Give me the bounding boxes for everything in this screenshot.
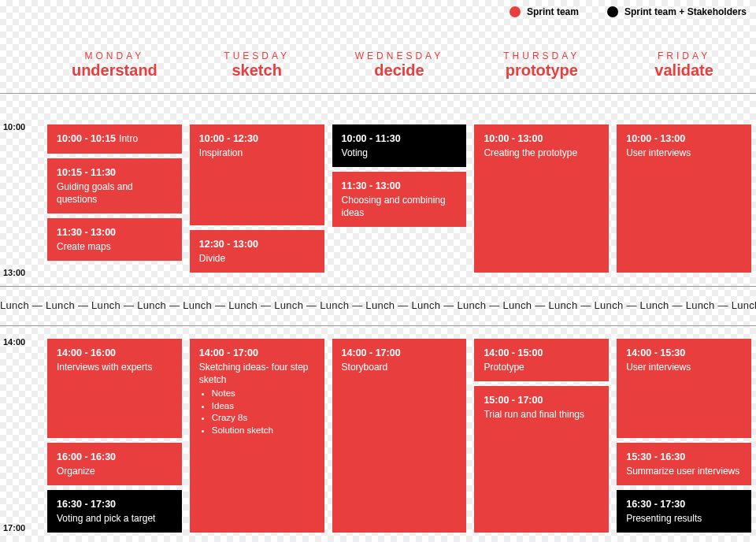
schedule-card: 15:00 - 17:00Trial run and final things xyxy=(474,386,609,533)
day-headers: MONDAY understand TUESDAY sketch WEDNESD… xyxy=(47,50,751,80)
card-title: User interviews xyxy=(626,147,742,159)
col-friday-afternoon: 14:00 - 15:30User interviews15:30 - 16:3… xyxy=(617,339,751,533)
card-title: Creating the prototype xyxy=(484,147,599,159)
schedule-card: 16:00 - 16:30Organize xyxy=(47,443,182,485)
legend-sprint-team-stakeholders-label: Sprint team + Stakeholders xyxy=(624,6,747,17)
legend-sprint-team-label: Sprint team xyxy=(527,6,579,17)
schedule-card: 14:00 - 17:00Sketching ideas- four step … xyxy=(190,339,324,533)
card-title: Create maps xyxy=(57,240,172,253)
day-theme: decide xyxy=(332,61,467,80)
col-friday-morning: 10:00 - 13:00User interviews xyxy=(617,124,751,273)
day-header-monday: MONDAY understand xyxy=(47,50,182,80)
day-theme: validate xyxy=(617,61,751,80)
schedule-card: 12:30 - 13:00Divide xyxy=(190,230,324,273)
day-label: WEDNESDAY xyxy=(332,50,467,61)
day-label: TUESDAY xyxy=(190,50,324,61)
card-title: Sketching ideas- four step sketch xyxy=(199,361,315,386)
col-tuesday-afternoon: 14:00 - 17:00Sketching ideas- four step … xyxy=(190,339,324,533)
legend-dot-black-icon xyxy=(607,6,618,17)
card-time: 14:00 - 17:00 xyxy=(199,347,258,358)
card-title: Inspiration xyxy=(199,147,315,159)
day-header-tuesday: TUESDAY sketch xyxy=(190,50,324,80)
card-time: 14:00 - 15:00 xyxy=(484,347,543,358)
schedule-card: 10:00 - 12:30Inspiration xyxy=(190,124,324,225)
day-header-wednesday: WEDNESDAY decide xyxy=(332,50,467,80)
card-title: Intro xyxy=(119,133,138,144)
card-time: 16:30 - 17:30 xyxy=(57,499,116,510)
legend-sprint-team: Sprint team xyxy=(510,6,579,17)
card-time: 10:15 - 11:30 xyxy=(57,167,116,178)
card-time: 10:00 - 13:00 xyxy=(484,133,543,144)
card-time: 10:00 - 12:30 xyxy=(199,133,258,144)
card-time: 10:00 - 13:00 xyxy=(626,133,685,144)
card-title: Trial run and final things xyxy=(484,408,599,421)
col-monday-afternoon: 14:00 - 16:00Interviews with experts16:0… xyxy=(47,339,182,533)
card-time: 14:00 - 16:00 xyxy=(57,347,116,358)
card-time: 16:00 - 16:30 xyxy=(57,451,116,462)
day-header-friday: FRIDAY validate xyxy=(617,50,751,80)
card-time: 16:30 - 17:30 xyxy=(626,499,685,510)
schedule-card: 14:00 - 16:00Interviews with experts xyxy=(47,339,182,438)
col-thursday-afternoon: 14:00 - 15:00Prototype15:00 - 17:00Trial… xyxy=(474,339,609,533)
day-header-thursday: THURSDAY prototype xyxy=(474,50,609,80)
morning-grid: 10:00 - 10:15Intro10:15 - 11:30Guiding g… xyxy=(47,124,751,273)
time-label-17: 17:00 xyxy=(3,523,25,533)
card-time: 11:30 - 13:00 xyxy=(57,227,116,238)
legend-sprint-team-stakeholders: Sprint team + Stakeholders xyxy=(607,6,747,17)
card-time: 14:00 - 15:30 xyxy=(626,347,685,358)
card-title: Interviews with experts xyxy=(57,361,172,373)
col-thursday-morning: 10:00 - 13:00Creating the prototype xyxy=(474,124,609,273)
card-title: Prototype xyxy=(484,361,599,373)
card-bullet: Notes xyxy=(212,388,315,400)
col-monday-morning: 10:00 - 10:15Intro10:15 - 11:30Guiding g… xyxy=(47,124,182,273)
card-title: Guiding goals and questions xyxy=(57,180,172,206)
schedule-card: 11:30 - 13:00Create maps xyxy=(47,218,182,261)
card-bullets: NotesIdeasCrazy 8sSolution sketch xyxy=(212,388,315,436)
card-bullet: Solution sketch xyxy=(212,425,315,437)
card-time: 10:00 - 10:15 xyxy=(57,133,116,144)
divider xyxy=(0,325,756,326)
lunch-row: Lunch — Lunch — Lunch — Lunch — Lunch — … xyxy=(0,299,756,311)
card-title: Storyboard xyxy=(342,361,458,373)
afternoon-grid: 14:00 - 16:00Interviews with experts16:0… xyxy=(47,339,751,533)
col-wednesday-afternoon: 14:00 - 17:00Storyboard xyxy=(332,339,467,533)
card-bullet: Crazy 8s xyxy=(212,412,315,425)
schedule-card: 14:00 - 17:00Storyboard xyxy=(332,339,467,533)
time-label-14: 14:00 xyxy=(3,337,25,347)
card-title: Organize xyxy=(57,465,172,477)
card-time: 10:00 - 11:30 xyxy=(342,133,401,144)
card-title: User interviews xyxy=(626,361,742,373)
schedule-card: 15:30 - 16:30Summarize user interviews xyxy=(617,443,751,485)
card-title: Divide xyxy=(199,252,315,265)
legend: Sprint team Sprint team + Stakeholders xyxy=(510,6,747,17)
col-tuesday-morning: 10:00 - 12:30Inspiration12:30 - 13:00Div… xyxy=(190,124,324,273)
card-title: Voting xyxy=(342,147,458,159)
schedule-card: 10:00 - 11:30Voting xyxy=(332,124,467,167)
day-theme: understand xyxy=(47,61,182,80)
card-time: 12:30 - 13:00 xyxy=(199,239,258,250)
schedule-card: 10:00 - 13:00User interviews xyxy=(617,124,751,273)
divider xyxy=(0,286,756,287)
day-label: FRIDAY xyxy=(617,50,751,61)
schedule-card: 10:00 - 13:00Creating the prototype xyxy=(474,124,609,273)
col-wednesday-morning: 10:00 - 11:30Voting11:30 - 13:00Choosing… xyxy=(332,124,467,273)
card-bullet: Ideas xyxy=(212,400,315,413)
card-time: 11:30 - 13:00 xyxy=(342,180,401,191)
schedule-card: 11:30 - 13:00Choosing and combining idea… xyxy=(332,172,467,227)
schedule-card: 16:30 - 17:30Voting and pick a target xyxy=(47,490,182,533)
card-time: 14:00 - 17:00 xyxy=(342,347,401,358)
day-label: MONDAY xyxy=(47,50,182,61)
time-label-10: 10:00 xyxy=(3,122,25,132)
card-title: Choosing and combining ideas xyxy=(342,194,458,219)
day-label: THURSDAY xyxy=(474,50,609,61)
card-title: Presenting results xyxy=(626,512,742,525)
schedule-card: 10:15 - 11:30Guiding goals and questions xyxy=(47,158,182,213)
schedule-card: 14:00 - 15:30User interviews xyxy=(617,339,751,438)
time-label-13: 13:00 xyxy=(3,268,25,277)
schedule-card: 10:00 - 10:15Intro xyxy=(47,124,182,154)
card-title: Summarize user interviews xyxy=(626,465,742,477)
card-time: 15:30 - 16:30 xyxy=(626,451,685,462)
card-time: 15:00 - 17:00 xyxy=(484,395,543,406)
schedule-card: 14:00 - 15:00Prototype xyxy=(474,339,609,381)
day-theme: prototype xyxy=(474,61,609,80)
